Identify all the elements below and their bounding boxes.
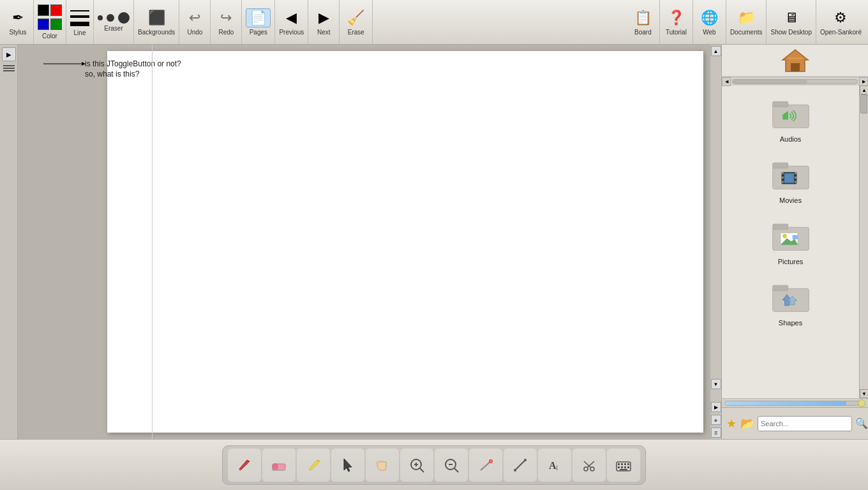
hscroll-thumb	[733, 80, 807, 84]
line-group: Line	[66, 0, 94, 44]
eraser-small[interactable]	[98, 15, 103, 20]
sidebar-search-input[interactable]	[758, 416, 852, 431]
hscroll-left[interactable]: ◀	[722, 77, 731, 86]
right-panel-action-2[interactable]: ☰	[711, 427, 721, 438]
undo-group: ↩ Undo	[179, 0, 211, 44]
folder-audios[interactable]: Audios	[727, 91, 854, 147]
page-divider	[152, 45, 153, 439]
hand-tool-btn[interactable]	[366, 449, 399, 482]
svg-rect-22	[772, 224, 788, 230]
home-icon[interactable]	[779, 47, 811, 74]
sidebar-progress	[722, 398, 868, 407]
sidebar-search-btn[interactable]: 🔍	[855, 415, 868, 433]
tutorial-button[interactable]: ❓	[664, 8, 689, 27]
backgrounds-group: ⬛ Backgrounds	[134, 0, 179, 44]
open-sankore-button[interactable]: ⚙	[829, 8, 852, 27]
next-button[interactable]: ▶	[312, 8, 335, 27]
svg-rect-26	[792, 235, 798, 239]
board-button[interactable]: 📋	[631, 8, 655, 27]
pen-tool-btn[interactable]	[228, 449, 261, 482]
line-thick[interactable]	[70, 22, 89, 26]
color-black[interactable]	[38, 4, 49, 16]
folder-pictures[interactable]: Pictures	[727, 213, 854, 269]
hscroll-right[interactable]: ▶	[859, 77, 868, 86]
undo-button[interactable]: ↩	[183, 8, 206, 27]
redo-button[interactable]: ↪	[214, 8, 237, 27]
line-thin[interactable]	[70, 10, 89, 11]
previous-icon: ◀	[286, 11, 297, 25]
color-red[interactable]	[50, 4, 62, 16]
right-scroll-panel: ▲ ▼ ▶ ⊕ ☰	[710, 45, 721, 439]
backgrounds-button[interactable]: ⬛	[144, 8, 169, 27]
previous-button[interactable]: ◀	[280, 8, 303, 27]
scroll-down-arrow-canvas[interactable]: ▼	[711, 379, 721, 389]
cut-tool-btn[interactable]	[572, 449, 606, 482]
documents-button[interactable]: 📁	[734, 8, 759, 27]
folder-pictures-icon	[772, 217, 810, 255]
zoom-in-tool-btn[interactable]	[400, 449, 433, 482]
svg-rect-63	[620, 469, 627, 470]
keyboard-tool-btn[interactable]	[607, 449, 640, 482]
show-desktop-button[interactable]: 🖥	[780, 8, 803, 27]
line-medium[interactable]	[70, 15, 89, 18]
pages-label: Pages	[250, 29, 267, 36]
pages-button[interactable]: 📄	[246, 8, 271, 27]
highlighter-tool-btn[interactable]	[297, 449, 330, 482]
svg-text:is this JToggleButton or not?: is this JToggleButton or not?	[85, 59, 181, 68]
stylus-button[interactable]: ✒	[6, 8, 29, 27]
eraser-medium[interactable]	[107, 14, 114, 22]
svg-line-36	[420, 468, 424, 472]
folder-pictures-label: Pictures	[778, 258, 804, 265]
folder-shapes-icon	[772, 278, 810, 316]
canvas-area[interactable]: is this JToggleButton or not? so, what i…	[18, 45, 710, 439]
eraser-items	[98, 12, 130, 24]
right-panel-expand[interactable]: ▶	[711, 402, 721, 412]
sidebar-scrollbar: ▲ ▼	[859, 85, 868, 398]
cut-icon	[580, 456, 598, 474]
text-tool-btn[interactable]: A I	[538, 449, 571, 482]
select-tool-btn[interactable]	[331, 449, 364, 482]
eraser-tool-btn[interactable]	[262, 449, 296, 482]
open-sankore-group: ⚙ Open-Sankoré	[816, 0, 865, 44]
zoom-out-icon	[442, 456, 460, 474]
sidebar-folder-btn[interactable]: 📂	[740, 415, 755, 433]
svg-rect-56	[621, 463, 623, 465]
sidebar-scroll-up[interactable]: ▲	[860, 85, 868, 94]
svg-line-45	[515, 460, 525, 470]
folder-shapes[interactable]: Shapes	[727, 274, 854, 330]
eraser-large[interactable]	[118, 12, 130, 24]
sidebar-content: Audios	[722, 85, 868, 398]
canvas-page	[107, 51, 703, 433]
next-group: ▶ Next	[308, 0, 340, 44]
sidebar-scroll-down[interactable]: ▼	[860, 389, 868, 398]
folder-movies[interactable]: Movies	[727, 152, 854, 208]
svg-rect-14	[781, 172, 783, 174]
laser-tool-btn[interactable]	[469, 449, 502, 482]
svg-rect-5	[791, 63, 800, 71]
progress-bar-fill	[725, 401, 846, 405]
line-draw-tool-btn[interactable]	[504, 449, 537, 482]
scroll-up-arrow[interactable]: ▲	[711, 46, 721, 56]
left-panel: ▶	[0, 45, 18, 439]
sidebar-scroll-thumb[interactable]	[860, 94, 867, 114]
stylus-icon: ✒	[12, 11, 24, 25]
erase-button[interactable]: 🧹	[343, 8, 368, 27]
color-blue[interactable]	[38, 19, 49, 30]
color-swatches	[38, 4, 62, 31]
previous-group: ◀ Previous	[275, 0, 308, 44]
svg-rect-55	[618, 463, 620, 465]
zoom-out-tool-btn[interactable]	[435, 449, 468, 482]
backgrounds-label: Backgrounds	[138, 29, 175, 36]
sidebar-star-btn[interactable]: ★	[726, 415, 737, 433]
progress-knob[interactable]	[858, 399, 865, 407]
color-green[interactable]	[50, 19, 62, 30]
show-desktop-group: 🖥 Show Desktop	[767, 0, 816, 44]
web-button[interactable]: 🌐	[697, 8, 722, 27]
hscroll-track	[732, 79, 858, 84]
left-panel-btn-1[interactable]: ▶	[2, 47, 16, 61]
erase-label: Erase	[348, 29, 364, 36]
highlighter-icon	[304, 456, 322, 474]
next-icon: ▶	[318, 11, 329, 25]
right-panel-action-1[interactable]: ⊕	[711, 415, 721, 425]
board-label: Board	[634, 29, 652, 36]
